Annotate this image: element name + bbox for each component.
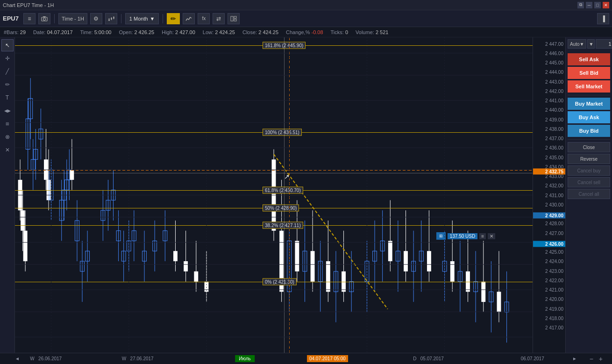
restore-button[interactable]: ⧉	[577, 2, 584, 8]
auto-select[interactable]: Auto ▼	[568, 39, 586, 49]
close-button[interactable]: ✕	[603, 2, 609, 8]
sell-market-button[interactable]: Sell Market	[568, 80, 610, 93]
time-label-27jun: W 27.06.2017	[122, 356, 154, 361]
toolbar: EPU7 ≡ Time - 1H ⚙ 1 Month ▼ ✏ fx ⇄ ▐	[0, 10, 612, 27]
title-bar: Chart EPU7 Time - 1H ⧉ ─ □ ✕	[0, 0, 612, 10]
price-2445: 2 445.00	[545, 60, 563, 65]
cancel-all-button[interactable]: Cancel all	[568, 189, 610, 199]
date-label: Date:	[33, 29, 45, 35]
price-2423: 2 423.00	[545, 268, 563, 273]
window-controls: ⧉ ─ □ ✕	[577, 2, 609, 8]
price-2417: 2 417.00	[545, 325, 563, 330]
price-highlight-blue-2: 2 426.00	[533, 241, 565, 247]
time-label-26jun: W 26.06.2017	[30, 356, 62, 361]
price-chart[interactable]	[15, 37, 533, 353]
order-tag-chart[interactable]: ⊞ 137.50 USD ≡ ✕	[436, 232, 495, 240]
measure-tool[interactable]: ◀▶	[1, 105, 14, 117]
fib-label-100: 100% (2 436.51)	[263, 128, 302, 136]
price-2444: 2 444.00	[545, 70, 563, 75]
chart-type-button[interactable]	[105, 13, 117, 24]
price-2419: 2 419.00	[545, 306, 563, 311]
fib-label-50: 50% (2 428.90)	[263, 204, 299, 211]
time-nav-left[interactable]: ◄	[15, 356, 20, 361]
buy-market-button[interactable]: Buy Market	[568, 98, 610, 110]
ticks-label: Ticks:	[331, 29, 344, 35]
sell-ask-button[interactable]: Sell Ask	[568, 53, 610, 65]
svg-point-1	[43, 18, 45, 20]
price-2436: 2 436.00	[545, 145, 563, 150]
svg-rect-9	[231, 16, 233, 21]
fib-label-618: 61.8% (2 430.70)	[263, 187, 303, 194]
time-value: 5:00:00	[94, 29, 112, 35]
order-settings-icon[interactable]: ≡	[479, 233, 486, 239]
date-value: 04.07.2017	[47, 29, 72, 35]
timeframe-selector[interactable]: Time - 1H	[58, 13, 87, 24]
pencil-button[interactable]: ✏	[167, 13, 180, 24]
delete-tool[interactable]: ✕	[1, 144, 14, 156]
layout-button[interactable]	[228, 13, 240, 24]
price-2446: 2 446.00	[545, 50, 563, 56]
zoom-in-button[interactable]: +	[599, 355, 603, 363]
change-label: Change,%	[286, 29, 310, 35]
price-2424: 2 424.00	[545, 259, 563, 264]
price-2438: 2 438.00	[545, 126, 563, 131]
close-value: 2 424.25	[258, 29, 278, 35]
order-label: 137.50 USD	[448, 233, 477, 239]
change-value: -0.08	[311, 29, 323, 35]
buy-ask-button[interactable]: Buy Ask	[568, 111, 610, 123]
period-selector[interactable]: 1 Month ▼	[125, 13, 159, 24]
reverse-button[interactable]: Reverse	[568, 154, 610, 164]
chart-area[interactable]: 161.8% (2 445.90) 100% (2 436.51) 61.8% …	[15, 37, 533, 353]
buy-bid-button[interactable]: Buy Bid	[568, 125, 610, 137]
order-close-icon[interactable]: ✕	[488, 233, 495, 239]
maximize-button[interactable]: □	[594, 2, 601, 8]
minimize-button[interactable]: ─	[586, 2, 592, 8]
qty-input[interactable]	[596, 39, 612, 49]
fibonacci-tool[interactable]: ⊞	[1, 118, 14, 130]
entry-line	[15, 170, 533, 171]
zoom-out-button[interactable]: −	[590, 355, 593, 363]
qty-down-button[interactable]: ▼	[587, 39, 595, 49]
price-axis: 2 447.00 2 446.00 2 445.00 2 444.00 2 44…	[533, 37, 565, 353]
chart-settings-button[interactable]: ⚙	[90, 13, 102, 24]
price-2435: 2 435.00	[545, 155, 563, 160]
sidebar-toggle-button[interactable]: ▐	[597, 13, 609, 24]
symbol-label: EPU7	[3, 15, 19, 22]
left-toolbar: ↖ ✛ ╱ ✏ T ◀▶ ⊞ ⊗ ✕	[0, 37, 15, 353]
price-2439: 2 439.00	[545, 117, 563, 122]
sell-bid-button[interactable]: Sell Bid	[568, 67, 610, 79]
price-2440: 2 440.00	[545, 107, 563, 113]
compare-button[interactable]: ⇄	[213, 13, 225, 24]
fib-label-1618: 161.8% (2 445.90)	[263, 42, 306, 49]
cancel-sell-button[interactable]: Cancel sell	[568, 177, 610, 187]
volume-label: Volume:	[356, 29, 374, 35]
price-2428: 2 428.00	[545, 221, 563, 226]
open-value: 2 426.25	[134, 29, 154, 35]
camera-button[interactable]	[38, 13, 50, 24]
close-button[interactable]: Close	[568, 142, 610, 152]
text-tool[interactable]: T	[1, 92, 14, 104]
cursor-tool[interactable]: ↖	[1, 39, 14, 51]
price-2447: 2 447.00	[545, 41, 563, 46]
svg-rect-11	[234, 19, 236, 21]
cancel-buy-button[interactable]: Cancel buy	[568, 165, 610, 176]
fx-button[interactable]: fx	[198, 13, 210, 24]
pen-tool[interactable]: ✏	[1, 79, 14, 91]
close-label: Close:	[242, 29, 257, 35]
time-line	[289, 37, 290, 353]
info-bar: #Bars: 29 Date: 04.07.2017 Time: 5:00:00…	[0, 27, 612, 37]
chart-indicator-button[interactable]	[183, 13, 195, 24]
price-2421: 2 421.00	[545, 287, 563, 293]
menu-button[interactable]: ≡	[23, 13, 36, 24]
price-2431: 2 431.00	[545, 193, 563, 198]
price-2437: 2 437.00	[545, 136, 563, 141]
main-area: ↖ ✛ ╱ ✏ T ◀▶ ⊞ ⊗ ✕ 161.8% (2 445.90) 100…	[0, 37, 612, 353]
low-value: 2 424.25	[215, 29, 235, 35]
crosshair-tool[interactable]: ✛	[1, 52, 14, 64]
line-tool[interactable]: ╱	[1, 65, 14, 78]
pattern-tool[interactable]: ⊗	[1, 131, 14, 143]
time-label-july: Июль	[235, 355, 255, 362]
price-highlight-blue-1: 2 429.00	[533, 213, 565, 219]
svg-rect-10	[234, 16, 236, 18]
time-nav-right[interactable]: ►	[572, 356, 577, 361]
